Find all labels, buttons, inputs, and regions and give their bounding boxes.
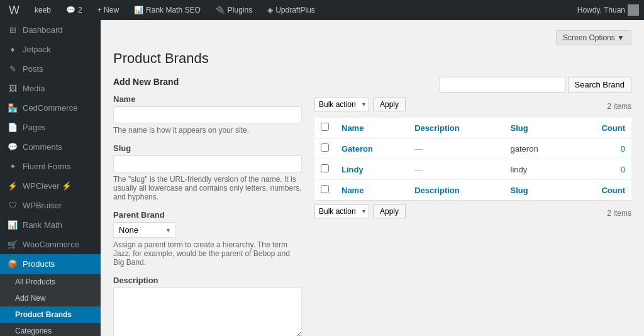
tfoot-name: Name [335, 180, 408, 201]
adminbar-updraftplus[interactable]: ◈ UpdraftPlus [264, 0, 319, 20]
th-description-link[interactable]: Description [414, 123, 460, 133]
row-name-cell: Lindy [335, 159, 408, 180]
tfoot-checkbox [314, 180, 335, 201]
sidebar-item-posts[interactable]: ✎ Posts [0, 59, 101, 79]
sidebar-item-wpbruiser[interactable]: 🛡 WPBruiser [0, 196, 101, 215]
tfoot-name-link[interactable]: Name [341, 186, 364, 195]
name-label: Name [113, 94, 302, 104]
adminbar-comments[interactable]: 💬 2 [62, 0, 86, 20]
sidebar-item-woocommerce[interactable]: 🛒 WooCommerce [0, 235, 101, 254]
sidebar-item-media[interactable]: 🖼 Media [0, 79, 101, 98]
th-description: Description [408, 118, 504, 138]
bulk-action-select-top[interactable]: Bulk action Delete [314, 98, 369, 111]
parent-select[interactable]: None [113, 222, 176, 238]
name-field-group: Name The name is how it appears on your … [113, 94, 302, 135]
sidebar-item-pages[interactable]: 📄 Pages [0, 118, 101, 137]
row-count-link[interactable]: 0 [621, 144, 625, 154]
brand-name-link[interactable]: Lindy [341, 165, 364, 174]
all-products-label: All Products [15, 277, 55, 286]
avatar [628, 4, 639, 16]
sidebar-item-label: CedCommerce [23, 103, 77, 113]
row-count-cell: 0 [571, 159, 631, 180]
submenu-all-products[interactable]: All Products [0, 274, 101, 290]
select-all-footer-checkbox[interactable] [321, 185, 329, 193]
sidebar-item-cedcommerce[interactable]: 🏪 CedCommerce [0, 98, 101, 118]
sidebar-item-dashboard[interactable]: ⊞ Dashboard [0, 20, 101, 40]
sidebar-item-fluent-forms[interactable]: ✦ Fluent Forms [0, 157, 101, 176]
adminbar-site-name: keeb [35, 6, 51, 14]
adminbar-updraftplus-label: UpdraftPlus [275, 6, 315, 14]
sidebar-item-label: WPClever ⚡ [23, 181, 72, 191]
sidebar-item-rank-math[interactable]: 📊 Rank Math [0, 215, 101, 235]
row-description: — [414, 144, 423, 154]
sidebar-item-comments[interactable]: 💬 Comments [0, 137, 101, 157]
th-name-link[interactable]: Name [341, 123, 364, 133]
sidebar-item-label: Media [23, 84, 45, 93]
items-count-bottom: 2 items [607, 209, 631, 218]
slug-input[interactable] [113, 155, 302, 172]
table-footer-row: Name Description Slug Count [314, 180, 631, 201]
row-checkbox[interactable] [321, 143, 329, 152]
tfoot-description-link[interactable]: Description [414, 186, 460, 195]
th-slug-link[interactable]: Slug [511, 123, 528, 133]
adminbar-plugins[interactable]: 🔌 Plugins [212, 0, 256, 20]
wpclever-icon: ⚡ [8, 181, 18, 191]
sidebar-item-products[interactable]: 📦 Products [0, 254, 101, 274]
bulk-action-select-bottom[interactable]: Bulk action Delete [314, 204, 369, 218]
categories-label: Categories [15, 327, 52, 335]
rank-math-side-icon: 📊 [8, 220, 18, 230]
submenu-add-new[interactable]: Add New [0, 290, 101, 306]
parent-field-group: Parent Brand None Assign a parent term t… [113, 210, 302, 267]
table-row: Gateron — gateron 0 [314, 138, 631, 159]
tfoot-slug-link[interactable]: Slug [511, 186, 528, 195]
table-row: Lindy — lindy 0 [314, 159, 631, 180]
comment-icon: 💬 [66, 6, 75, 14]
adminbar-site[interactable]: keeb [31, 0, 55, 20]
brands-table: Name Description Slug Count [314, 118, 631, 201]
adminbar-right: Howdy, Thuan [577, 4, 639, 16]
sidebar-item-jetpack[interactable]: ♦ Jetpack [0, 40, 101, 59]
add-brand-form: Add New Brand Name The name is how it ap… [113, 77, 302, 336]
sidebar-item-label: Pages [23, 123, 46, 132]
brand-name-link[interactable]: Gateron [341, 144, 373, 154]
posts-icon: ✎ [8, 64, 18, 74]
apply-button-top[interactable]: Apply [373, 98, 406, 111]
add-new-label: Add New [15, 294, 46, 303]
dashboard-icon: ⊞ [8, 25, 18, 35]
search-input[interactable] [440, 77, 565, 92]
brands-tbody: Gateron — gateron 0 [314, 138, 631, 180]
submenu-product-brands[interactable]: Product Brands [0, 306, 101, 323]
search-brand-button[interactable]: Search Brand [568, 77, 632, 92]
fluent-forms-icon: ✦ [8, 162, 18, 171]
th-count-link[interactable]: Count [601, 123, 625, 133]
comments-icon: 💬 [8, 142, 18, 152]
media-icon: 🖼 [8, 84, 18, 93]
row-checkbox[interactable] [321, 164, 329, 172]
adminbar-new[interactable]: + New [94, 0, 123, 20]
apply-button-bottom[interactable]: Apply [373, 204, 406, 218]
products-icon: 📦 [8, 259, 18, 269]
parent-hint: Assign a parent term to create a hierarc… [113, 240, 302, 267]
description-input[interactable] [113, 288, 302, 336]
screen-options-button[interactable]: Screen Options ▼ [556, 30, 631, 45]
row-description-cell: — [408, 138, 504, 159]
name-input[interactable] [113, 106, 302, 123]
row-description-cell: — [408, 159, 504, 180]
row-count-link[interactable]: 0 [621, 165, 625, 174]
screen-options-wrap: Screen Options ▼ [113, 30, 631, 45]
parent-label: Parent Brand [113, 210, 302, 220]
table-header-row: Name Description Slug Count [314, 118, 631, 138]
select-all-checkbox[interactable] [321, 123, 329, 131]
description-label: Description [113, 276, 302, 285]
comment-count: 2 [78, 6, 82, 14]
sidebar-item-wpclever[interactable]: ⚡ WPClever ⚡ [0, 176, 101, 196]
adminbar-rank-math[interactable]: 📊 Rank Math SEO [130, 0, 204, 20]
products-submenu: All Products Add New Product Brands Cate… [0, 274, 101, 336]
submenu-categories[interactable]: Categories [0, 323, 101, 336]
sidebar-item-label: Fluent Forms [23, 162, 71, 171]
tfoot-count-link[interactable]: Count [601, 186, 625, 195]
row-slug-cell: gateron [504, 138, 572, 159]
wp-logo[interactable]: W [5, 0, 23, 20]
adminbar-plugins-label: Plugins [228, 6, 252, 14]
adminbar-new-label: + New [97, 6, 119, 14]
